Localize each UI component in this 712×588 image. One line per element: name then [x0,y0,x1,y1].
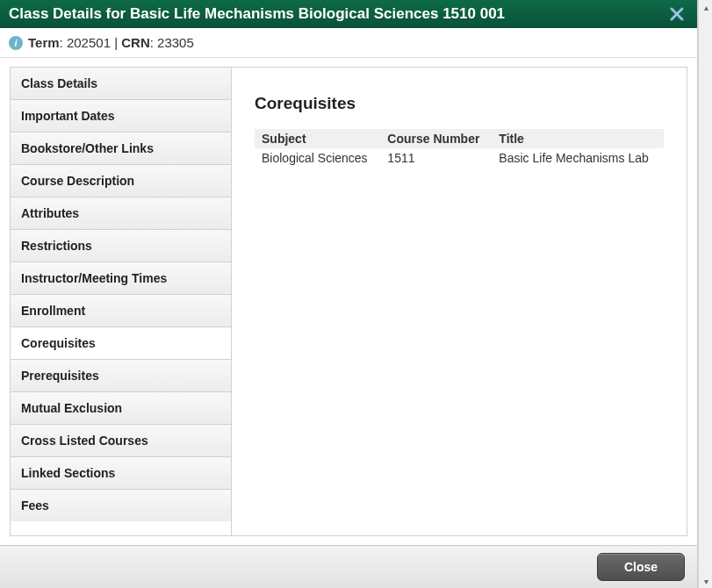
tab-prerequisites[interactable]: Prerequisites [11,360,231,392]
tab-enrollment[interactable]: Enrollment [11,295,231,327]
tab-important-dates[interactable]: Important Dates [11,100,231,133]
col-course-number: Course Number [380,129,492,148]
tab-label: Attributes [21,206,79,220]
cell-subject: Biological Sciences [255,148,380,168]
tab-content: Corequisites Subject Course Number Title… [231,67,687,536]
cell-course-number: 1511 [380,148,492,168]
dialog-body: Class Details Important Dates Bookstore/… [0,58,697,545]
term-value: 202501 [67,35,111,50]
tab-label: Class Details [21,76,97,90]
tab-course-description[interactable]: Course Description [11,165,231,197]
col-subject: Subject [255,129,380,148]
tabs-list: Class Details Important Dates Bookstore/… [10,67,231,536]
tab-fees[interactable]: Fees [11,490,231,521]
scrollbar-track[interactable]: ▴ ▾ [698,0,712,588]
tab-instructor-meeting-times[interactable]: Instructor/Meeting Times [11,262,231,295]
cell-title: Basic Life Mechanisms Lab [492,148,664,168]
tab-linked-sections[interactable]: Linked Sections [11,457,231,490]
info-icon: i [9,36,23,50]
tab-mutual-exclusion[interactable]: Mutual Exclusion [11,392,231,425]
tab-label: Course Description [21,174,134,188]
tab-label: Cross Listed Courses [21,434,148,448]
crn-value: 23305 [157,35,194,50]
scroll-up-icon[interactable]: ▴ [699,0,712,14]
tab-label: Mutual Exclusion [21,401,122,415]
tab-label: Fees [21,498,49,513]
scroll-down-icon[interactable]: ▾ [699,574,712,588]
class-details-dialog: Class Details for Basic Life Mechanisms … [0,0,698,588]
close-icon[interactable] [665,6,688,22]
tab-attributes[interactable]: Attributes [11,197,231,230]
crn-label: CRN [121,35,150,50]
tab-restrictions[interactable]: Restrictions [11,230,231,262]
tab-label: Enrollment [21,304,85,318]
dialog-footer: Close [0,545,697,588]
close-button[interactable]: Close [597,553,685,581]
tab-label: Restrictions [21,239,92,253]
term-block: Term: 202501 | CRN: 23305 [28,35,194,50]
table-row: Biological Sciences 1511 Basic Life Mech… [255,148,664,168]
tab-bookstore-links[interactable]: Bookstore/Other Links [11,133,231,165]
corequisites-table: Subject Course Number Title Biological S… [255,129,664,168]
col-title: Title [492,129,664,148]
tab-corequisites[interactable]: Corequisites [11,327,231,360]
tab-label: Instructor/Meeting Times [21,271,167,285]
term-label: Term [28,35,60,50]
tab-label: Corequisites [21,336,96,350]
table-header-row: Subject Course Number Title [255,129,664,148]
dialog-subheader: i Term: 202501 | CRN: 23305 [0,28,697,58]
tab-label: Bookstore/Other Links [21,141,154,155]
content-heading: Corequisites [255,94,664,113]
dialog-titlebar: Class Details for Basic Life Mechanisms … [0,0,697,28]
tab-label: Prerequisites [21,369,99,383]
tab-label: Linked Sections [21,466,115,480]
tab-class-details[interactable]: Class Details [11,68,231,100]
dialog-title: Class Details for Basic Life Mechanisms … [9,5,505,23]
tab-cross-listed-courses[interactable]: Cross Listed Courses [11,425,231,457]
tab-label: Important Dates [21,109,115,123]
